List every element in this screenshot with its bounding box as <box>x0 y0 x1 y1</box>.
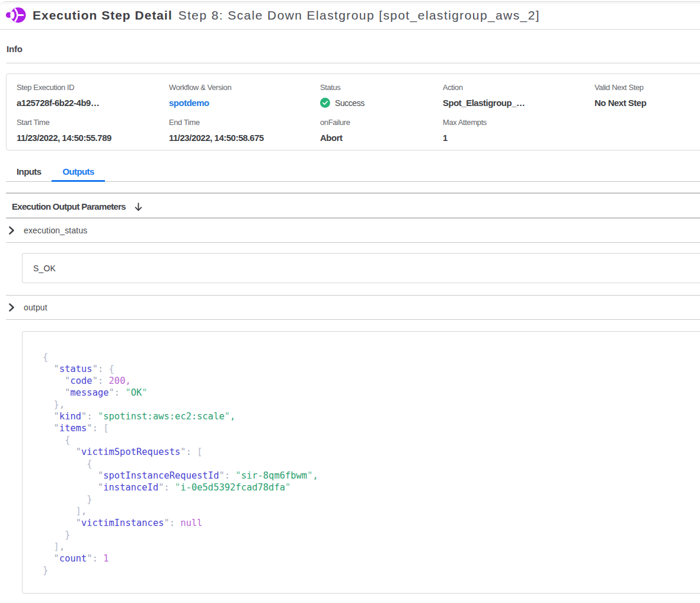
header: Execution Step Detail Step 8: Scale Down… <box>0 2 700 30</box>
field-value: 1 <box>443 133 594 143</box>
field-label: Action <box>443 84 594 91</box>
output-parameters-header: Execution Output Parameters <box>6 194 700 219</box>
field-label: Max Attempts <box>443 118 594 126</box>
field-label: Workflow & Version <box>169 84 320 91</box>
param-row-output[interactable]: output <box>6 296 700 320</box>
tab-inputs[interactable]: Inputs <box>6 150 52 181</box>
field-step-execution-id: Step Execution ID a125728f-6b22-4b9… <box>17 84 169 108</box>
tab-outputs[interactable]: Outputs <box>52 150 104 181</box>
field-onfailure: onFailure Abort <box>320 118 443 143</box>
field-label: Step Execution ID <box>17 84 169 91</box>
field-value: a125728f-6b22-4b9… <box>17 98 169 108</box>
arrow-down-icon[interactable] <box>135 203 142 211</box>
param-name: output <box>24 303 47 312</box>
param-value-execution-status: S_OK <box>6 253 700 296</box>
field-max-attempts: Max Attempts 1 <box>443 118 594 143</box>
page-title: Execution Step Detail <box>33 8 172 23</box>
output-json-code: { "status": { "code": 200, "message": "O… <box>43 351 700 576</box>
execution-status-value-box: S_OK <box>22 253 700 283</box>
field-label: Status <box>320 84 443 91</box>
field-workflow-version: Workflow & Version spotdemo <box>169 84 320 108</box>
param-row-execution-status[interactable]: execution_status <box>6 219 700 243</box>
output-json-box: { "status": { "code": 200, "message": "O… <box>22 331 700 594</box>
tab-bar: Inputs Outputs <box>6 150 700 182</box>
field-value: Abort <box>320 133 443 143</box>
chevron-right-icon <box>9 303 14 312</box>
field-end-time: End Time 11/23/2022, 14:50:58.675 <box>169 118 320 143</box>
field-status: Status Success <box>320 84 443 108</box>
field-value: Spot_Elastigroup_… <box>443 98 594 108</box>
output-parameters-title: Execution Output Parameters <box>12 202 126 211</box>
field-action: Action Spot_Elastigroup_… <box>443 84 594 108</box>
field-label: Start Time <box>17 118 169 126</box>
param-name: execution_status <box>24 226 87 235</box>
spot-logo-icon <box>5 7 26 24</box>
field-valid-next-step: Valid Next Step No Next Step <box>594 84 700 108</box>
field-label: Valid Next Step <box>594 84 700 91</box>
status-badge: Success <box>320 98 443 108</box>
field-value: 11/23/2022, 14:50:55.789 <box>17 133 169 143</box>
info-section-label: Info <box>7 45 700 53</box>
status-text: Success <box>335 98 365 108</box>
chevron-right-icon <box>9 226 14 235</box>
field-start-time: Start Time 11/23/2022, 14:50:55.789 <box>17 118 169 143</box>
param-value-output: { "status": { "code": 200, "message": "O… <box>6 320 700 594</box>
info-card: Step Execution ID a125728f-6b22-4b9… Wor… <box>6 73 700 150</box>
check-circle-icon <box>320 98 330 108</box>
field-value: No Next Step <box>594 98 700 108</box>
field-value: 11/23/2022, 14:50:58.675 <box>169 133 320 143</box>
execution-step-detail-panel: Execution Step Detail Step 8: Scale Down… <box>0 1 700 603</box>
info-section-header: Info <box>6 30 700 63</box>
workflow-link[interactable]: spotdemo <box>169 98 209 108</box>
field-label: End Time <box>169 118 320 126</box>
field-label: onFailure <box>320 118 443 126</box>
output-parameters-table: Execution Output Parameters execution_st… <box>6 193 700 594</box>
page-subtitle: Step 8: Scale Down Elastgroup [spot_elas… <box>178 8 540 23</box>
